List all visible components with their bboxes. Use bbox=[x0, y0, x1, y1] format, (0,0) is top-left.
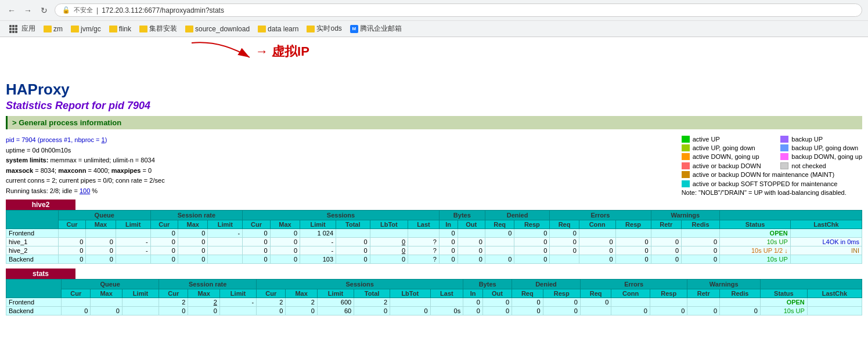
legend-color-maint bbox=[682, 171, 690, 178]
bookmark-flink[interactable]: flink bbox=[106, 24, 135, 34]
col-status: Status bbox=[720, 220, 791, 228]
cell-d-req bbox=[485, 237, 514, 246]
cell-s-limit: - bbox=[300, 246, 336, 255]
col-sessions: Sessions bbox=[257, 279, 463, 289]
cell-q-limit bbox=[122, 298, 159, 306]
bookmark-tencent[interactable]: M 腾讯企业邮箱 bbox=[347, 23, 405, 35]
legend-color-not-checked bbox=[780, 162, 788, 169]
cell-d-resp: 0 bbox=[543, 298, 580, 306]
cell-d-resp: 0 bbox=[514, 237, 550, 246]
bookmark-cluster-label: 集群安装 bbox=[149, 24, 177, 34]
hive2-header-row1: Queue Session rate Sessions Bytes Denied… bbox=[6, 210, 862, 220]
cell-q-cur bbox=[62, 298, 91, 306]
col-b-in: In bbox=[439, 220, 458, 228]
col-other bbox=[720, 210, 862, 220]
legend-text-nolb: Note: "NOLB"/"DRAIN" = UP with load-bala… bbox=[682, 189, 847, 196]
cell-b-in: 0 bbox=[463, 298, 483, 306]
cell-s-cur: 0 bbox=[243, 246, 270, 255]
col-bytes: Bytes bbox=[439, 210, 485, 220]
cell-w-redis: 0 bbox=[682, 246, 720, 255]
legend-text-not-checked: not checked bbox=[791, 162, 826, 169]
bookmark-cluster[interactable]: 集群安装 bbox=[136, 23, 181, 35]
back-button[interactable]: ← bbox=[6, 5, 17, 16]
cell-q-max: 0 bbox=[86, 237, 116, 246]
col-queue: Queue bbox=[62, 279, 159, 289]
cell-s-last bbox=[430, 298, 463, 306]
hive2-backend-row: Backend 0 0 0 0 0 0 103 0 0 ? 0 0 0 0 bbox=[6, 255, 862, 263]
col-q-max: Max bbox=[86, 220, 116, 228]
cell-sr-cur: 0 bbox=[159, 306, 188, 315]
col-s-cur: Cur bbox=[243, 220, 270, 228]
col-status: Status bbox=[760, 289, 807, 298]
cell-s-max: 0 bbox=[270, 246, 300, 255]
cell-status: 10s UP 1/2 ↓ bbox=[720, 246, 791, 255]
stats-frontend-row: Frontend 2 2 - 2 2 600 2 0 0 0 0 bbox=[6, 298, 862, 306]
cell-s-total: 0 bbox=[336, 255, 370, 263]
cell-q-limit: - bbox=[116, 246, 150, 255]
bookmark-realtime[interactable]: 实时ods bbox=[303, 23, 345, 35]
row-name-hive2: hive_2 bbox=[6, 246, 59, 255]
cell-s-limit: 1 024 bbox=[300, 228, 336, 237]
folder-icon bbox=[109, 26, 117, 32]
forward-button[interactable]: → bbox=[22, 5, 34, 16]
hive2-frontend-row: Frontend 0 0 - 0 0 1 024 0 0 0 bbox=[6, 228, 862, 237]
cell-q-limit bbox=[116, 228, 150, 237]
col-s-lbtot: LbTot bbox=[390, 289, 431, 298]
col-d-resp: Resp bbox=[514, 220, 550, 228]
col-errors: Errors bbox=[580, 279, 687, 289]
col-session-rate: Session rate bbox=[159, 279, 257, 289]
col-s-max: Max bbox=[286, 289, 318, 298]
col-s-lbtot: LbTot bbox=[370, 220, 408, 228]
stats-table: Queue Session rate Sessions Bytes Denied… bbox=[6, 279, 862, 315]
col-q-cur: Cur bbox=[58, 220, 85, 228]
bookmark-source[interactable]: source_download bbox=[182, 24, 253, 34]
cell-q-max bbox=[91, 298, 123, 306]
cell-s-last bbox=[408, 228, 440, 237]
bookmark-jvmgc[interactable]: jvm/gc bbox=[67, 24, 105, 34]
cell-s-max: 0 bbox=[270, 228, 300, 237]
cell-s-max: 0 bbox=[270, 237, 300, 246]
cell-w-retr bbox=[651, 228, 682, 237]
legend-text-backup-down-going-up: backup DOWN, going up bbox=[791, 153, 862, 160]
col-name bbox=[6, 210, 59, 228]
legend-text-active-up-going-down: active UP, going down bbox=[693, 144, 755, 151]
cell-s-last: 0s bbox=[430, 306, 463, 315]
cell-s-lbtot bbox=[370, 228, 408, 237]
col-e-resp: Resp bbox=[650, 289, 687, 298]
cell-w-retr: 0 bbox=[651, 255, 682, 263]
col-s-last: Last bbox=[408, 220, 440, 228]
legend-active-backup-down: active or backup DOWN bbox=[682, 162, 763, 169]
cell-e-req: 0 bbox=[550, 246, 579, 255]
browser-toolbar: ← → ↻ 🔓 不安全 | 172.20.3.112:6677/haproxya… bbox=[0, 0, 868, 20]
col-lastchk: LastChk bbox=[807, 289, 862, 298]
bookmark-zm[interactable]: zm bbox=[40, 24, 66, 34]
hive2-section: hive2 Queue Session rate Sessions Bytes … bbox=[6, 199, 862, 264]
col-s-limit: Limit bbox=[317, 289, 354, 298]
cell-e-req bbox=[550, 255, 579, 263]
bookmark-realtime-label: 实时ods bbox=[316, 24, 341, 34]
bookmark-apps[interactable]: 应用 bbox=[6, 23, 39, 35]
cell-d-req: 0 bbox=[512, 306, 543, 315]
cell-sr-max: 0 bbox=[178, 255, 208, 263]
col-w-retr: Retr bbox=[651, 220, 682, 228]
col-sessions: Sessions bbox=[243, 210, 439, 220]
cell-b-in: 0 bbox=[439, 228, 458, 237]
cell-lastchk bbox=[790, 228, 862, 237]
col-b-out: Out bbox=[482, 289, 512, 298]
cell-sr-cur: 0 bbox=[150, 255, 178, 263]
general-info: pid = 7904 (process #1, nbproc = 1) upti… bbox=[6, 132, 862, 199]
address-bar[interactable]: 🔓 不安全 | 172.20.3.112:6677/haproxyadmin?s… bbox=[55, 3, 862, 17]
legend-active-up-going-down: active UP, going down bbox=[682, 144, 763, 151]
reload-button[interactable]: ↻ bbox=[38, 5, 50, 16]
cell-e-resp: 0 bbox=[650, 306, 687, 315]
hive2-table: Queue Session rate Sessions Bytes Denied… bbox=[6, 210, 862, 264]
cell-s-cur: 0 bbox=[243, 237, 270, 246]
cell-w-redis: 0 bbox=[682, 237, 720, 246]
legend-color-soft-stopped bbox=[682, 180, 690, 187]
bookmark-datalearn[interactable]: data learn bbox=[254, 24, 302, 34]
bookmark-tencent-label: 腾讯企业邮箱 bbox=[360, 24, 402, 34]
cell-b-in: 0 bbox=[439, 255, 458, 263]
col-b-out: Out bbox=[458, 220, 485, 228]
haproxy-title: HAProxy bbox=[6, 78, 862, 99]
cell-b-in: 0 bbox=[439, 246, 458, 255]
